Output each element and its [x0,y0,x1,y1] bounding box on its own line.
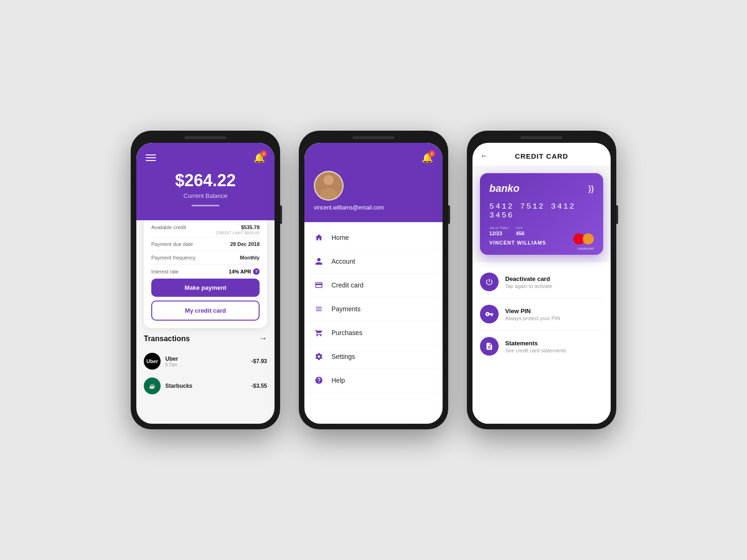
menu-item-settings[interactable]: Settings [304,345,443,369]
valid-thru-value: 12/23 [489,231,508,236]
menu-list: Home Account Credit card [304,222,443,424]
screen1-topbar: 🔔 2 [146,152,265,163]
purchases-icon [314,328,324,338]
menu-item-help[interactable]: Help [304,369,443,392]
notification-bell-2[interactable]: 🔔 2 [422,152,433,163]
mc-yellow-circle [583,233,594,245]
phone-3-screen: ← CREDIT CARD banko )) 5412 7512 3412 34… [472,143,611,424]
menu-item-account[interactable]: Account [304,250,443,273]
deactivate-text: Deactivate card Tap again to activate [505,275,552,289]
screen1: 🔔 2 $264.22 Current Balance Available cr… [136,143,275,424]
transactions-arrow[interactable]: → [259,334,267,343]
notification-badge-2: 2 [429,150,435,157]
my-credit-card-button[interactable]: My credit card [151,301,260,321]
statements-action[interactable]: Statements See credit card statements [480,330,603,362]
pin-text: View PIN Always protect your PIN [505,308,560,321]
transaction-uber[interactable]: Uber Uber 6 Dec -$7.93 [144,349,267,374]
transactions-section: Transactions → Uber Uber 6 Dec -$7.93 ☕ [136,334,275,424]
balance-bar [191,205,219,206]
uber-info: Uber 6 Dec [165,356,247,367]
nfc-icon: )) [588,184,594,194]
side-button [280,205,282,224]
payment-due-row: Payment due date 29 Dec 2018 [151,238,260,251]
credit-card-icon [314,280,324,290]
card-brand-name: banko [489,182,520,195]
cvv-group: CVV 456 [516,226,524,236]
mastercard-logo: mastercard [573,232,594,245]
valid-thru-group: VALID THRU 12/23 [489,226,508,236]
balance-label: Current Balance [146,192,265,199]
account-icon [314,256,324,266]
deactivate-subtitle: Tap again to activate [505,283,552,289]
deactivate-title: Deactivate card [505,275,552,282]
uber-logo: Uber [144,353,161,370]
available-credit-row: Available credit $535.78 CREDIT LIMIT $8… [151,221,260,238]
card-brand-row: banko )) [489,182,594,195]
home-icon [314,232,324,243]
svg-point-1 [324,175,334,185]
payment-freq-label: Payment frequency [151,255,196,260]
view-pin-action[interactable]: View PIN Always protect your PIN [480,298,603,330]
transaction-starbucks[interactable]: ☕ Starbucks -$3.55 [144,374,267,399]
balance-amount: $264.22 [146,171,265,190]
user-avatar[interactable] [314,171,344,201]
available-credit-label: Available credit [151,224,186,230]
starbucks-logo: ☕ [144,378,161,394]
info-card: Available credit $535.78 CREDIT LIMIT $8… [144,213,267,328]
phone-1-notch [184,136,226,139]
card-valid-group: VALID THRU 12/23 CVV 456 [489,226,546,236]
notification-bell[interactable]: 🔔 2 [254,152,265,163]
phones-container: 🔔 2 $264.22 Current Balance Available cr… [112,112,635,448]
card-holder-name: VINCENT WILLIAMS [489,240,546,245]
menu-button[interactable] [146,154,156,161]
available-credit-top: Available credit $535.78 [151,224,260,230]
phone-2: 🔔 2 vin [299,131,448,429]
credit-card-visual: banko )) 5412 7512 3412 3456 VALID THRU … [480,173,603,255]
cvv-value: 456 [516,231,524,236]
interest-row: Interest rate 14% APR ? [151,265,260,279]
uber-name: Uber [165,356,247,362]
menu-item-purchases[interactable]: Purchases [304,321,443,345]
phone-3-notch [521,136,563,139]
hamburger-line-3 [146,160,156,161]
settings-icon [314,351,324,362]
statements-icon [480,337,499,356]
back-button[interactable]: ← [480,151,488,161]
phone-2-screen: 🔔 2 vin [304,143,443,424]
pin-subtitle: Always protect your PIN [505,315,560,321]
screen2: 🔔 2 vin [304,143,443,424]
menu-label-payments: Payments [331,305,360,313]
interest-value-group: 14% APR ? [229,268,260,275]
help-icon[interactable]: ? [253,268,260,275]
starbucks-name: Starbucks [165,383,247,389]
card-bottom-left: VALID THRU 12/23 CVV 456 VINCENT WILLIAM… [489,226,546,245]
menu-item-home[interactable]: Home [304,226,443,250]
help-icon-menu [314,375,324,385]
mastercard-text: mastercard [578,247,594,250]
starbucks-info: Starbucks [165,383,247,389]
menu-label-help: Help [331,377,345,384]
menu-item-credit-card[interactable]: Credit card [304,273,443,297]
menu-label-settings: Settings [331,353,355,360]
menu-label-home: Home [331,234,349,241]
make-payment-button[interactable]: Make payment [151,279,260,297]
screen3-header: ← CREDIT CARD [472,143,611,166]
notification-badge: 2 [261,150,267,157]
avatar-svg [315,171,342,199]
menu-item-payments[interactable]: Payments [304,297,443,321]
transactions-header: Transactions → [144,334,267,343]
statements-subtitle: See credit card statements [505,348,566,353]
pin-title: View PIN [505,308,560,315]
transactions-title: Transactions [144,335,190,343]
cvv-label: CVV [516,226,524,230]
interest-value: 14% APR [229,269,251,274]
payments-icon [314,304,324,314]
hamburger-line-1 [146,154,156,155]
statements-title: Statements [505,340,566,347]
uber-date: 6 Dec [165,362,247,367]
statements-text: Statements See credit card statements [505,340,566,353]
deactivate-card-action[interactable]: Deactivate card Tap again to activate [480,266,603,298]
deactivate-icon [480,273,499,291]
starbucks-amount: -$3.55 [251,383,267,389]
menu-label-credit-card: Credit card [331,281,363,289]
